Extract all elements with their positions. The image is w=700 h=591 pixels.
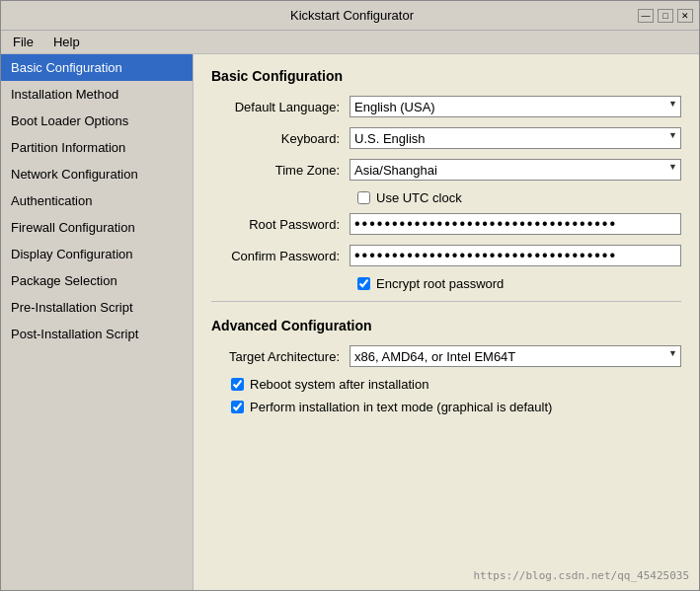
advanced-config-section: Advanced Configuration Target Architectu… [211,318,681,414]
sidebar-item-network-configuration[interactable]: Network Configuration [1,161,193,187]
window-body: Basic Configuration Installation Method … [1,54,699,590]
sidebar-item-package-selection[interactable]: Package Selection [1,267,193,294]
menu-help[interactable]: Help [47,33,86,51]
sidebar-item-display-configuration[interactable]: Display Configuration [1,241,193,267]
menubar: File Help [1,31,699,54]
encrypt-checkbox[interactable] [357,277,370,290]
utc-clock-checkbox[interactable] [357,191,370,204]
sidebar: Basic Configuration Installation Method … [1,54,194,590]
confirm-password-row: Confirm Password: [211,245,681,266]
menu-file[interactable]: File [7,33,39,51]
main-window: Kickstart Configurator — □ ✕ File Help B… [0,0,700,591]
sidebar-item-post-installation-script[interactable]: Post-Installation Script [1,321,193,347]
window-controls: — □ ✕ [638,9,693,23]
default-language-select[interactable]: English (USA) [350,96,681,117]
window-title: Kickstart Configurator [66,8,638,23]
root-password-row: Root Password: [211,213,681,235]
reboot-label: Reboot system after installation [250,377,428,392]
default-language-wrapper: English (USA) [350,96,681,117]
confirm-password-label: Confirm Password: [211,249,350,263]
basic-config-title: Basic Configuration [211,68,681,84]
advanced-config-title: Advanced Configuration [211,318,681,333]
main-content: Basic Configuration Default Language: En… [194,54,699,590]
timezone-select[interactable]: Asia/Shanghai [350,159,681,181]
titlebar: Kickstart Configurator — □ ✕ [1,1,699,31]
target-arch-row: Target Architecture: x86, AMD64, or Inte… [211,345,681,367]
sidebar-item-pre-installation-script[interactable]: Pre-Installation Script [1,294,193,321]
section-divider [211,301,681,302]
default-language-label: Default Language: [211,100,350,114]
maximize-button[interactable]: □ [658,9,673,23]
keyboard-wrapper: U.S. English [350,127,681,149]
sidebar-item-basic-configuration[interactable]: Basic Configuration [1,54,193,81]
sidebar-item-firewall-configuration[interactable]: Firewall Configuration [1,214,193,241]
utc-clock-row: Use UTC clock [211,190,681,205]
root-password-input[interactable] [350,213,681,235]
target-arch-select[interactable]: x86, AMD64, or Intel EM64T [350,345,681,367]
text-mode-label: Perform installation in text mode (graph… [250,400,552,414]
reboot-checkbox[interactable] [231,378,244,391]
keyboard-row: Keyboard: U.S. English [211,127,681,149]
text-mode-row: Perform installation in text mode (graph… [211,400,681,414]
close-button[interactable]: ✕ [677,9,693,23]
timezone-row: Time Zone: Asia/Shanghai [211,159,681,181]
default-language-row: Default Language: English (USA) [211,96,681,117]
sidebar-item-installation-method[interactable]: Installation Method [1,81,193,108]
sidebar-item-boot-loader-options[interactable]: Boot Loader Options [1,108,193,134]
encrypt-label: Encrypt root password [376,276,504,291]
watermark: https://blog.csdn.net/qq_45425035 [473,569,689,582]
text-mode-checkbox[interactable] [231,401,244,413]
keyboard-select[interactable]: U.S. English [350,127,681,149]
confirm-password-input[interactable] [350,245,681,266]
timezone-label: Time Zone: [211,163,350,178]
encrypt-row: Encrypt root password [211,276,681,291]
utc-clock-label: Use UTC clock [376,190,462,205]
keyboard-label: Keyboard: [211,131,350,146]
minimize-button[interactable]: — [638,9,654,23]
sidebar-item-authentication[interactable]: Authentication [1,187,193,214]
reboot-row: Reboot system after installation [211,377,681,392]
root-password-label: Root Password: [211,217,350,232]
sidebar-item-partition-information[interactable]: Partition Information [1,134,193,161]
timezone-wrapper: Asia/Shanghai [350,159,681,181]
target-arch-label: Target Architecture: [211,349,350,364]
target-arch-wrapper: x86, AMD64, or Intel EM64T [350,345,681,367]
